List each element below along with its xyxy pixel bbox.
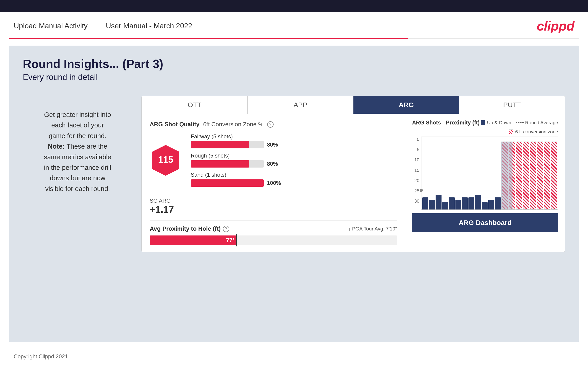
bars-area: Fairway (5 shots) 80% Rou (191, 133, 397, 191)
chart-header: ARG Shots - Proximity (ft) Up & Down Rou… (412, 119, 558, 126)
conversion-zone-title: 6ft Conversion Zone % (203, 121, 263, 128)
svg-text:115: 115 (158, 155, 173, 165)
bar-pct-sand: 100% (267, 180, 281, 186)
chart-bar-12 (495, 197, 501, 209)
bar-fill-sand (191, 179, 264, 187)
legend-label-conversion: 6 ft conversion zone (515, 129, 558, 134)
content-wrapper: Round Insights... (Part 3) Every round i… (23, 57, 565, 252)
proximity-bar-fill: 77' (150, 235, 236, 245)
bar-label-rough: Rough (5 shots) (191, 152, 397, 159)
tabs: OTT APP ARG PUTT (142, 96, 565, 114)
bar-pct-rough: 80% (267, 161, 281, 167)
chart-bar-8 (468, 197, 474, 209)
proximity-header: Avg Proximity to Hole (ft) ? ↑ PGA Tour … (150, 225, 397, 232)
chart-area: 30 25 20 15 10 5 0 (412, 137, 558, 210)
y-label-20: 20 (414, 178, 419, 183)
clippd-logo: clippd (537, 18, 574, 33)
upload-manual-activity-link[interactable]: Upload Manual Activity (14, 22, 88, 30)
tall-grey-bar (501, 142, 512, 209)
tab-putt[interactable]: PUTT (459, 96, 565, 114)
sg-area: SG ARG +1.17 (150, 198, 397, 215)
right-section: ARG Shots - Proximity (ft) Up & Down Rou… (405, 114, 565, 252)
proximity-bar-track: 77' (150, 235, 397, 245)
y-axis: 30 25 20 15 10 5 0 (412, 137, 421, 210)
legend-label-updown: Up & Down (487, 120, 511, 125)
arg-shot-quality-title: ARG Shot Quality (150, 121, 199, 128)
section-header: ARG Shot Quality 6ft Conversion Zone % ? (150, 121, 397, 128)
bar-track-fairway (191, 141, 264, 148)
proximity-title-area: Avg Proximity to Hole (ft) ? (150, 225, 229, 232)
chart-bar-7 (462, 197, 468, 209)
chart-bar-11 (488, 200, 494, 209)
user-manual-title: User Manual - March 2022 (106, 22, 192, 30)
tab-arg[interactable]: ARG (354, 96, 459, 114)
legend-square-updown (481, 120, 485, 125)
chart-bar-5 (449, 197, 455, 209)
page-subheading: Every round in detail (23, 73, 565, 82)
tab-ott[interactable]: OTT (142, 96, 248, 114)
legend-item-roundavg: Round Average (516, 120, 558, 125)
bar-track-sand (191, 179, 264, 187)
proximity-section: Avg Proximity to Hole (ft) ? ↑ PGA Tour … (150, 220, 397, 245)
bar-container-rough: 80% (191, 160, 397, 167)
bar-fill-rough (191, 160, 249, 167)
chart-bar-hatch-6 (537, 142, 543, 209)
y-label-25: 25 (414, 188, 419, 193)
tab-app[interactable]: APP (248, 96, 354, 114)
chart-bar-4 (442, 202, 448, 209)
bar-pct-fairway: 80% (267, 142, 281, 148)
dashboard-wrapper: Get greater insight into each facet of y… (23, 96, 565, 252)
sg-label: SG ARG (150, 198, 397, 204)
chart-bars (421, 137, 558, 209)
page-heading: Round Insights... (Part 3) (23, 57, 565, 71)
bar-row-fairway: Fairway (5 shots) 80% (191, 133, 397, 148)
bar-container-sand: 100% (191, 179, 397, 187)
hexagon-svg: 115 (150, 144, 182, 180)
y-label-10: 10 (414, 157, 419, 163)
legend-dashed-roundavg (516, 122, 524, 123)
note-label: Note: (48, 143, 65, 150)
chart-bar-10 (482, 202, 488, 209)
left-panel: Get greater insight into each facet of y… (23, 96, 132, 252)
chart-bar-6 (455, 200, 461, 209)
y-label-5: 5 (417, 147, 419, 152)
proximity-help-icon[interactable]: ? (223, 226, 229, 232)
bar-row-rough: Rough (5 shots) 80% (191, 152, 397, 167)
chart-bar-1 (422, 197, 428, 209)
hexagon-container: 115 (150, 144, 182, 180)
bar-container-fairway: 80% (191, 141, 397, 148)
chart-bar-2 (429, 200, 435, 209)
header-left: Upload Manual Activity User Manual - Mar… (14, 22, 192, 30)
bar-label-fairway: Fairway (5 shots) (191, 133, 397, 140)
left-section: ARG Shot Quality 6ft Conversion Zone % ?… (142, 114, 405, 252)
chart-bar-hatch-3 (516, 142, 522, 209)
main-card: OTT APP ARG PUTT ARG Shot Quality 6ft Co… (141, 96, 565, 252)
chart-plot: 8 (421, 137, 558, 210)
chart-bar-hatch-4 (523, 142, 529, 209)
help-icon[interactable]: ? (267, 121, 274, 128)
main-content: Round Insights... (Part 3) Every round i… (9, 46, 579, 342)
header-divider (9, 38, 579, 39)
legend-item-updown: Up & Down (481, 120, 511, 125)
arg-dashboard-button[interactable]: ARG Dashboard (412, 213, 558, 232)
score-area: 115 Fairway (5 shots) (150, 133, 397, 191)
top-bar (0, 0, 588, 12)
chart-sub-legend: 6 ft conversion zone (412, 129, 558, 134)
chart-bar-9 (475, 195, 481, 209)
left-panel-text: Get greater insight into each facet of y… (23, 109, 132, 194)
footer: Copyright Clippd 2021 (0, 349, 588, 364)
card-body: ARG Shot Quality 6ft Conversion Zone % ?… (142, 114, 565, 252)
chart-bar-hatch-5 (530, 142, 536, 209)
bar-track-rough (191, 160, 264, 167)
bar-row-sand: Sand (1 shots) 100% (191, 172, 397, 187)
sg-value: +1.17 (150, 204, 397, 215)
proximity-value: 77' (226, 237, 234, 244)
chart-bar-hatch-7 (544, 142, 550, 209)
chart-bar-3 (436, 195, 441, 209)
copyright: Copyright Clippd 2021 (14, 353, 68, 359)
chart-bar-hatch-8 (551, 142, 557, 209)
header: Upload Manual Activity User Manual - Mar… (0, 12, 588, 38)
bar-label-sand: Sand (1 shots) (191, 172, 397, 178)
chart-title: ARG Shots - Proximity (ft) (412, 119, 480, 126)
proximity-title: Avg Proximity to Hole (ft) (150, 225, 221, 232)
